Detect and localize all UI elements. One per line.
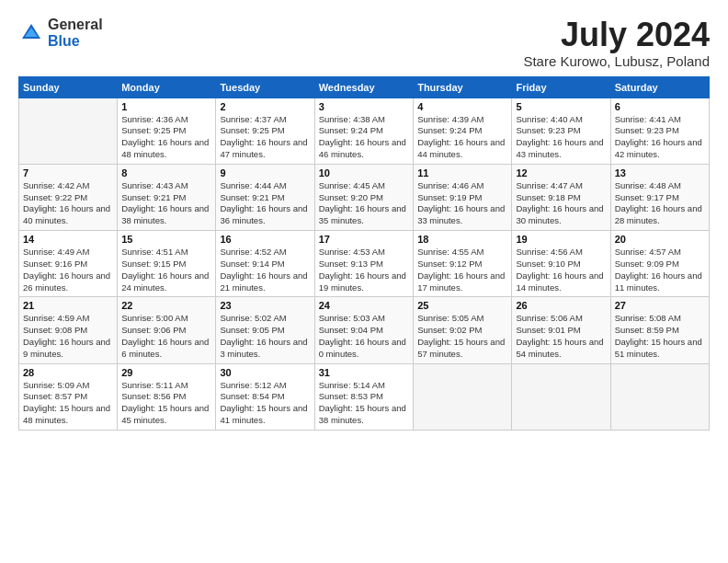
day-info-line: Daylight: 16 hours and 48 minutes. (121, 137, 211, 161)
day-info-line: Daylight: 15 hours and 57 minutes. (417, 337, 507, 361)
table-row: 14Sunrise: 4:49 AMSunset: 9:16 PMDayligh… (19, 231, 118, 297)
day-info-line: Daylight: 16 hours and 17 minutes. (417, 270, 507, 294)
day-info-line: Sunset: 9:05 PM (220, 325, 310, 337)
day-info-line: Sunrise: 4:56 AM (516, 247, 606, 259)
day-info-line: Daylight: 16 hours and 3 minutes. (220, 337, 310, 361)
day-info-line: Sunset: 9:21 PM (220, 192, 310, 204)
day-number: 13 (615, 167, 705, 178)
day-info-line: Sunrise: 5:00 AM (121, 313, 211, 325)
day-number: 25 (417, 300, 507, 311)
table-row (512, 363, 610, 430)
table-row: 22Sunrise: 5:00 AMSunset: 9:06 PMDayligh… (118, 297, 216, 363)
logo-text: General Blue (48, 17, 103, 49)
day-info-line: Sunset: 9:02 PM (417, 325, 507, 337)
day-number: 23 (220, 300, 310, 311)
day-number: 6 (615, 101, 705, 112)
day-info-line: Sunset: 9:24 PM (319, 125, 409, 137)
day-number: 14 (23, 234, 113, 245)
day-number: 9 (220, 167, 310, 178)
day-number: 2 (220, 101, 310, 112)
day-info-line: Daylight: 16 hours and 33 minutes. (417, 203, 507, 227)
day-info: Sunrise: 4:47 AMSunset: 9:18 PMDaylight:… (516, 180, 606, 227)
day-info: Sunrise: 4:55 AMSunset: 9:12 PMDaylight:… (417, 247, 507, 293)
table-row (610, 363, 709, 430)
day-info-line: Sunset: 9:18 PM (516, 192, 606, 204)
day-info-line: Sunrise: 4:36 AM (121, 114, 211, 126)
col-sunday: Sunday (19, 76, 118, 98)
day-number: 12 (516, 167, 606, 178)
day-info-line: Daylight: 16 hours and 0 minutes. (319, 337, 409, 361)
day-info-line: Sunrise: 5:11 AM (121, 380, 211, 392)
day-number: 4 (417, 101, 507, 112)
day-info-line: Sunrise: 4:51 AM (121, 247, 211, 259)
day-number: 28 (23, 367, 113, 378)
table-row: 13Sunrise: 4:48 AMSunset: 9:17 PMDayligh… (610, 164, 709, 230)
day-info-line: Sunset: 8:54 PM (220, 391, 310, 403)
table-row: 30Sunrise: 5:12 AMSunset: 8:54 PMDayligh… (216, 363, 314, 430)
title-block: July 2024 Stare Kurowo, Lubusz, Poland (523, 17, 710, 69)
day-number: 22 (121, 300, 211, 311)
day-info-line: Daylight: 15 hours and 51 minutes. (615, 337, 705, 361)
day-info-line: Sunset: 9:08 PM (23, 325, 113, 337)
day-info-line: Daylight: 16 hours and 9 minutes. (23, 337, 113, 361)
day-info: Sunrise: 5:12 AMSunset: 8:54 PMDaylight:… (220, 380, 310, 427)
day-info-line: Sunrise: 5:14 AM (319, 380, 409, 392)
day-number: 31 (319, 367, 409, 378)
day-info-line: Sunset: 9:24 PM (417, 125, 507, 137)
col-monday: Monday (118, 76, 216, 98)
day-info-line: Sunrise: 4:42 AM (23, 180, 113, 192)
day-info-line: Daylight: 16 hours and 6 minutes. (121, 337, 211, 361)
day-number: 30 (220, 367, 310, 378)
logo-blue: Blue (48, 33, 103, 50)
day-info: Sunrise: 4:41 AMSunset: 9:23 PMDaylight:… (615, 114, 705, 161)
day-info: Sunrise: 4:44 AMSunset: 9:21 PMDaylight:… (220, 180, 310, 227)
day-info-line: Daylight: 16 hours and 11 minutes. (615, 270, 705, 294)
day-info-line: Sunset: 8:57 PM (23, 391, 113, 403)
day-info-line: Sunset: 9:19 PM (417, 192, 507, 204)
month-year: July 2024 (523, 17, 710, 53)
day-info-line: Daylight: 16 hours and 44 minutes. (417, 137, 507, 161)
page: General Blue July 2024 Stare Kurowo, Lub… (0, 0, 728, 440)
day-info-line: Sunrise: 4:52 AM (220, 247, 310, 259)
table-row: 28Sunrise: 5:09 AMSunset: 8:57 PMDayligh… (19, 363, 118, 430)
day-info-line: Sunset: 9:12 PM (417, 259, 507, 270)
day-info: Sunrise: 4:52 AMSunset: 9:14 PMDaylight:… (220, 247, 310, 293)
day-info-line: Sunset: 9:10 PM (516, 259, 606, 270)
day-number: 24 (319, 300, 409, 311)
day-info-line: Sunrise: 5:02 AM (220, 313, 310, 325)
day-info-line: Sunrise: 4:40 AM (516, 114, 606, 126)
table-row (414, 363, 512, 430)
day-info-line: Sunrise: 5:12 AM (220, 380, 310, 392)
table-row: 3Sunrise: 4:38 AMSunset: 9:24 PMDaylight… (314, 98, 413, 164)
table-row: 19Sunrise: 4:56 AMSunset: 9:10 PMDayligh… (512, 231, 610, 297)
calendar-body: 1Sunrise: 4:36 AMSunset: 9:25 PMDaylight… (19, 98, 710, 430)
table-row: 21Sunrise: 4:59 AMSunset: 9:08 PMDayligh… (19, 297, 118, 363)
table-row: 6Sunrise: 4:41 AMSunset: 9:23 PMDaylight… (610, 98, 709, 164)
day-info: Sunrise: 5:03 AMSunset: 9:04 PMDaylight:… (319, 313, 409, 360)
day-info-line: Sunset: 9:04 PM (319, 325, 409, 337)
day-info-line: Sunset: 9:23 PM (615, 125, 705, 137)
day-info-line: Sunrise: 4:39 AM (417, 114, 507, 126)
day-info-line: Daylight: 16 hours and 47 minutes. (220, 137, 310, 161)
day-info-line: Sunrise: 5:08 AM (615, 313, 705, 325)
day-info-line: Sunrise: 5:03 AM (319, 313, 409, 325)
day-info-line: Sunset: 9:25 PM (121, 125, 211, 137)
day-info-line: Sunrise: 4:38 AM (319, 114, 409, 126)
day-info-line: Sunrise: 4:55 AM (417, 247, 507, 259)
day-info-line: Sunset: 8:56 PM (121, 391, 211, 403)
day-info-line: Sunrise: 5:09 AM (23, 380, 113, 392)
day-info-line: Daylight: 16 hours and 21 minutes. (220, 270, 310, 294)
day-info: Sunrise: 5:14 AMSunset: 8:53 PMDaylight:… (319, 380, 409, 427)
day-number: 15 (121, 234, 211, 245)
day-info: Sunrise: 4:53 AMSunset: 9:13 PMDaylight:… (319, 247, 409, 293)
table-row: 18Sunrise: 4:55 AMSunset: 9:12 PMDayligh… (414, 231, 512, 297)
day-number: 27 (615, 300, 705, 311)
day-info-line: Sunset: 9:17 PM (615, 192, 705, 204)
col-friday: Friday (512, 76, 610, 98)
day-info-line: Daylight: 15 hours and 38 minutes. (319, 403, 409, 427)
day-info: Sunrise: 4:37 AMSunset: 9:25 PMDaylight:… (220, 114, 310, 161)
day-number: 5 (516, 101, 606, 112)
day-info-line: Sunset: 9:22 PM (23, 192, 113, 204)
day-info-line: Daylight: 16 hours and 46 minutes. (319, 137, 409, 161)
day-number: 3 (319, 101, 409, 112)
